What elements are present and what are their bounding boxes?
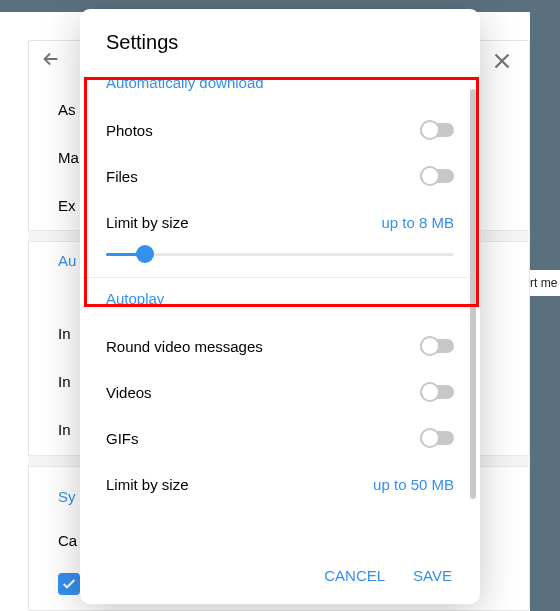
toggle-gifs[interactable] [420, 431, 454, 445]
row-videos[interactable]: Videos [106, 369, 454, 415]
slider-auto-limit[interactable] [106, 241, 454, 269]
save-button[interactable]: SAVE [413, 567, 452, 584]
row-label: Files [106, 168, 420, 185]
row-round-video[interactable]: Round video messages [106, 323, 454, 369]
row-limit-auto[interactable]: Limit by size up to 8 MB [106, 199, 454, 245]
bg-section-head: Sy [58, 488, 76, 505]
row-photos[interactable]: Photos [106, 107, 454, 153]
settings-modal: Settings Automatically download Photos F… [80, 9, 480, 604]
bg-item: In [58, 358, 71, 406]
bg-item: In [58, 406, 71, 454]
row-label: Round video messages [106, 338, 420, 355]
toggle-videos[interactable] [420, 385, 454, 399]
row-label: Photos [106, 122, 420, 139]
modal-footer: CANCEL SAVE [80, 549, 480, 604]
row-value: up to 50 MB [373, 476, 454, 493]
row-label: Videos [106, 384, 420, 401]
bg-back-button[interactable] [40, 48, 62, 70]
bg-item: Ma [58, 134, 79, 182]
bg-item: In [58, 310, 71, 358]
bg-list: As Ma Ex [58, 86, 79, 230]
row-label: GIFs [106, 430, 420, 447]
bg-right-button: rt me [528, 270, 560, 296]
modal-title: Settings [80, 9, 480, 68]
back-arrow-icon [40, 48, 62, 70]
row-label: Limit by size [106, 214, 381, 231]
bg-list: In In In [58, 262, 71, 454]
row-files[interactable]: Files [106, 153, 454, 199]
toggle-photos[interactable] [420, 123, 454, 137]
bg-close-button[interactable] [489, 48, 515, 78]
bg-item: Ex [58, 182, 79, 230]
scrollbar[interactable] [470, 89, 476, 499]
row-gifs[interactable]: GIFs [106, 415, 454, 461]
close-icon [489, 48, 515, 74]
section-auto-download: Automatically download [106, 74, 454, 91]
section-autoplay: Autoplay [106, 290, 454, 307]
row-value: up to 8 MB [381, 214, 454, 231]
toggle-round[interactable] [420, 339, 454, 353]
cancel-button[interactable]: CANCEL [324, 567, 385, 584]
toggle-files[interactable] [420, 169, 454, 183]
check-icon [61, 576, 77, 592]
bg-item: Ca [58, 532, 77, 549]
slider-thumb[interactable] [136, 245, 154, 263]
bg-checkbox[interactable] [58, 573, 80, 595]
row-label: Limit by size [106, 476, 373, 493]
row-limit-autoplay[interactable]: Limit by size up to 50 MB [106, 461, 454, 507]
bg-item: As [58, 86, 79, 134]
